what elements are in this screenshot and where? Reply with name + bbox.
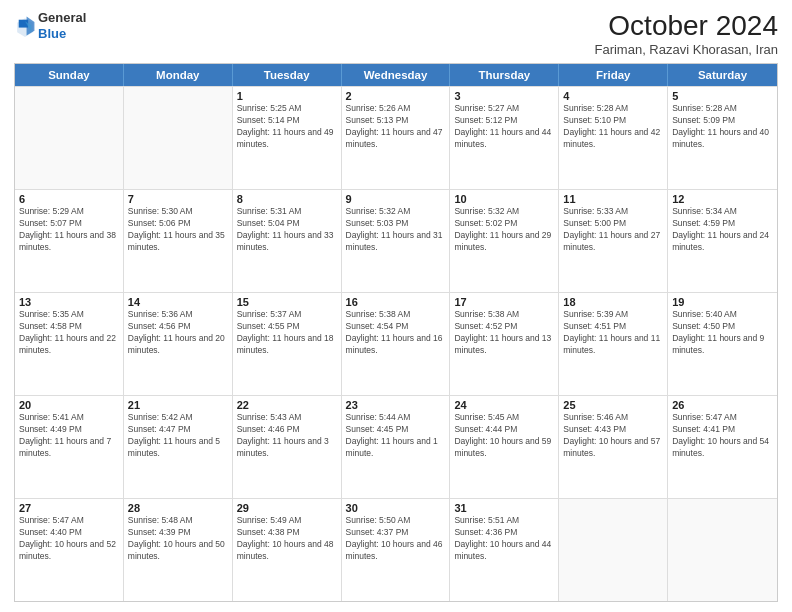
day-number: 21 xyxy=(128,399,228,411)
day-info: Sunrise: 5:33 AMSunset: 5:00 PMDaylight:… xyxy=(563,206,663,254)
day-number: 23 xyxy=(346,399,446,411)
day-info: Sunrise: 5:49 AMSunset: 4:38 PMDaylight:… xyxy=(237,515,337,563)
calendar-cell: 25Sunrise: 5:46 AMSunset: 4:43 PMDayligh… xyxy=(559,396,668,498)
calendar-cell: 5Sunrise: 5:28 AMSunset: 5:09 PMDaylight… xyxy=(668,87,777,189)
calendar-cell: 4Sunrise: 5:28 AMSunset: 5:10 PMDaylight… xyxy=(559,87,668,189)
day-info: Sunrise: 5:34 AMSunset: 4:59 PMDaylight:… xyxy=(672,206,773,254)
calendar-cell: 29Sunrise: 5:49 AMSunset: 4:38 PMDayligh… xyxy=(233,499,342,601)
calendar-cell: 19Sunrise: 5:40 AMSunset: 4:50 PMDayligh… xyxy=(668,293,777,395)
day-number: 17 xyxy=(454,296,554,308)
calendar-cell: 11Sunrise: 5:33 AMSunset: 5:00 PMDayligh… xyxy=(559,190,668,292)
day-number: 25 xyxy=(563,399,663,411)
weekday-header-friday: Friday xyxy=(559,64,668,86)
weekday-header-wednesday: Wednesday xyxy=(342,64,451,86)
weekday-header-saturday: Saturday xyxy=(668,64,777,86)
calendar-cell: 10Sunrise: 5:32 AMSunset: 5:02 PMDayligh… xyxy=(450,190,559,292)
day-info: Sunrise: 5:29 AMSunset: 5:07 PMDaylight:… xyxy=(19,206,119,254)
header: General Blue October 2024 Fariman, Razav… xyxy=(14,10,778,57)
calendar-row-2: 13Sunrise: 5:35 AMSunset: 4:58 PMDayligh… xyxy=(15,292,777,395)
day-number: 16 xyxy=(346,296,446,308)
logo: General Blue xyxy=(14,10,86,41)
day-number: 9 xyxy=(346,193,446,205)
calendar-cell: 15Sunrise: 5:37 AMSunset: 4:55 PMDayligh… xyxy=(233,293,342,395)
calendar-cell: 1Sunrise: 5:25 AMSunset: 5:14 PMDaylight… xyxy=(233,87,342,189)
calendar-cell: 7Sunrise: 5:30 AMSunset: 5:06 PMDaylight… xyxy=(124,190,233,292)
day-info: Sunrise: 5:26 AMSunset: 5:13 PMDaylight:… xyxy=(346,103,446,151)
day-number: 27 xyxy=(19,502,119,514)
day-info: Sunrise: 5:38 AMSunset: 4:52 PMDaylight:… xyxy=(454,309,554,357)
calendar-cell xyxy=(15,87,124,189)
calendar-cell: 30Sunrise: 5:50 AMSunset: 4:37 PMDayligh… xyxy=(342,499,451,601)
weekday-header-monday: Monday xyxy=(124,64,233,86)
day-number: 11 xyxy=(563,193,663,205)
day-info: Sunrise: 5:44 AMSunset: 4:45 PMDaylight:… xyxy=(346,412,446,460)
day-number: 20 xyxy=(19,399,119,411)
calendar-cell: 16Sunrise: 5:38 AMSunset: 4:54 PMDayligh… xyxy=(342,293,451,395)
day-number: 1 xyxy=(237,90,337,102)
calendar-row-4: 27Sunrise: 5:47 AMSunset: 4:40 PMDayligh… xyxy=(15,498,777,601)
calendar-cell: 8Sunrise: 5:31 AMSunset: 5:04 PMDaylight… xyxy=(233,190,342,292)
calendar-cell: 28Sunrise: 5:48 AMSunset: 4:39 PMDayligh… xyxy=(124,499,233,601)
location-subtitle: Fariman, Razavi Khorasan, Iran xyxy=(594,42,778,57)
day-number: 13 xyxy=(19,296,119,308)
calendar: SundayMondayTuesdayWednesdayThursdayFrid… xyxy=(14,63,778,602)
day-info: Sunrise: 5:32 AMSunset: 5:03 PMDaylight:… xyxy=(346,206,446,254)
day-number: 8 xyxy=(237,193,337,205)
day-info: Sunrise: 5:38 AMSunset: 4:54 PMDaylight:… xyxy=(346,309,446,357)
day-number: 2 xyxy=(346,90,446,102)
day-number: 15 xyxy=(237,296,337,308)
weekday-header-thursday: Thursday xyxy=(450,64,559,86)
day-info: Sunrise: 5:31 AMSunset: 5:04 PMDaylight:… xyxy=(237,206,337,254)
day-info: Sunrise: 5:30 AMSunset: 5:06 PMDaylight:… xyxy=(128,206,228,254)
day-info: Sunrise: 5:41 AMSunset: 4:49 PMDaylight:… xyxy=(19,412,119,460)
calendar-cell: 12Sunrise: 5:34 AMSunset: 4:59 PMDayligh… xyxy=(668,190,777,292)
month-title: October 2024 xyxy=(594,10,778,42)
day-number: 4 xyxy=(563,90,663,102)
calendar-cell: 13Sunrise: 5:35 AMSunset: 4:58 PMDayligh… xyxy=(15,293,124,395)
day-info: Sunrise: 5:36 AMSunset: 4:56 PMDaylight:… xyxy=(128,309,228,357)
day-number: 14 xyxy=(128,296,228,308)
day-number: 6 xyxy=(19,193,119,205)
calendar-cell: 14Sunrise: 5:36 AMSunset: 4:56 PMDayligh… xyxy=(124,293,233,395)
calendar-cell: 18Sunrise: 5:39 AMSunset: 4:51 PMDayligh… xyxy=(559,293,668,395)
calendar-cell: 21Sunrise: 5:42 AMSunset: 4:47 PMDayligh… xyxy=(124,396,233,498)
calendar-cell: 3Sunrise: 5:27 AMSunset: 5:12 PMDaylight… xyxy=(450,87,559,189)
day-number: 22 xyxy=(237,399,337,411)
calendar-body: 1Sunrise: 5:25 AMSunset: 5:14 PMDaylight… xyxy=(15,86,777,601)
calendar-cell: 23Sunrise: 5:44 AMSunset: 4:45 PMDayligh… xyxy=(342,396,451,498)
weekday-header-sunday: Sunday xyxy=(15,64,124,86)
day-info: Sunrise: 5:25 AMSunset: 5:14 PMDaylight:… xyxy=(237,103,337,151)
calendar-cell: 9Sunrise: 5:32 AMSunset: 5:03 PMDaylight… xyxy=(342,190,451,292)
day-number: 10 xyxy=(454,193,554,205)
calendar-row-0: 1Sunrise: 5:25 AMSunset: 5:14 PMDaylight… xyxy=(15,86,777,189)
day-number: 5 xyxy=(672,90,773,102)
calendar-cell: 17Sunrise: 5:38 AMSunset: 4:52 PMDayligh… xyxy=(450,293,559,395)
calendar-cell: 22Sunrise: 5:43 AMSunset: 4:46 PMDayligh… xyxy=(233,396,342,498)
day-info: Sunrise: 5:47 AMSunset: 4:41 PMDaylight:… xyxy=(672,412,773,460)
day-info: Sunrise: 5:32 AMSunset: 5:02 PMDaylight:… xyxy=(454,206,554,254)
calendar-cell: 27Sunrise: 5:47 AMSunset: 4:40 PMDayligh… xyxy=(15,499,124,601)
logo-text: General Blue xyxy=(38,10,86,41)
day-number: 26 xyxy=(672,399,773,411)
calendar-cell: 24Sunrise: 5:45 AMSunset: 4:44 PMDayligh… xyxy=(450,396,559,498)
day-info: Sunrise: 5:46 AMSunset: 4:43 PMDaylight:… xyxy=(563,412,663,460)
day-number: 29 xyxy=(237,502,337,514)
calendar-row-1: 6Sunrise: 5:29 AMSunset: 5:07 PMDaylight… xyxy=(15,189,777,292)
day-info: Sunrise: 5:28 AMSunset: 5:10 PMDaylight:… xyxy=(563,103,663,151)
calendar-row-3: 20Sunrise: 5:41 AMSunset: 4:49 PMDayligh… xyxy=(15,395,777,498)
day-info: Sunrise: 5:43 AMSunset: 4:46 PMDaylight:… xyxy=(237,412,337,460)
day-info: Sunrise: 5:27 AMSunset: 5:12 PMDaylight:… xyxy=(454,103,554,151)
day-info: Sunrise: 5:42 AMSunset: 4:47 PMDaylight:… xyxy=(128,412,228,460)
title-block: October 2024 Fariman, Razavi Khorasan, I… xyxy=(594,10,778,57)
day-info: Sunrise: 5:45 AMSunset: 4:44 PMDaylight:… xyxy=(454,412,554,460)
day-number: 19 xyxy=(672,296,773,308)
day-info: Sunrise: 5:51 AMSunset: 4:36 PMDaylight:… xyxy=(454,515,554,563)
day-number: 18 xyxy=(563,296,663,308)
day-number: 3 xyxy=(454,90,554,102)
calendar-header: SundayMondayTuesdayWednesdayThursdayFrid… xyxy=(15,64,777,86)
calendar-cell xyxy=(124,87,233,189)
calendar-cell: 31Sunrise: 5:51 AMSunset: 4:36 PMDayligh… xyxy=(450,499,559,601)
logo-icon xyxy=(14,15,36,37)
page: General Blue October 2024 Fariman, Razav… xyxy=(0,0,792,612)
day-number: 12 xyxy=(672,193,773,205)
